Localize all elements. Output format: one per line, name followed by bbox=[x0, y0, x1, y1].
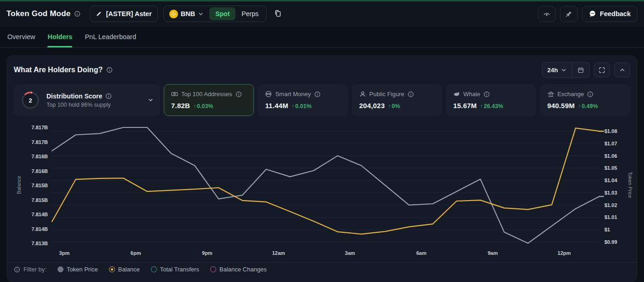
chain-name[interactable]: BNB bbox=[181, 10, 195, 17]
pencil-icon bbox=[96, 11, 102, 17]
legend-label: Balance bbox=[118, 266, 140, 273]
right-axis-label: $0.99 bbox=[604, 239, 617, 245]
stat-card[interactable]: Public Figure 204,023 ↑0% bbox=[352, 84, 442, 116]
distribution-score-title: Distribution Score bbox=[46, 92, 102, 100]
left-axis-label: 7.813B bbox=[32, 241, 48, 246]
stat-card[interactable]: Exchange 940.59M ↑0.49% bbox=[540, 84, 630, 116]
exchange-icon bbox=[547, 91, 554, 98]
legend-label: Total Transfers bbox=[160, 266, 199, 273]
left-axis-title: Balance bbox=[16, 176, 22, 194]
left-axis-label: 7.814B bbox=[32, 226, 48, 232]
tab-overview[interactable]: Overview bbox=[7, 26, 35, 47]
time-range-value: 24h bbox=[547, 67, 558, 74]
perps-tab[interactable]: Perps bbox=[236, 7, 264, 20]
legend-label: Balance Changes bbox=[219, 266, 267, 273]
stat-card[interactable]: Whale 15.67M ↑26.43% bbox=[446, 84, 536, 116]
info-icon bbox=[236, 91, 242, 98]
app-root: Token God Mode [ASTER] Aster BNB Spot Pe… bbox=[0, 0, 644, 282]
up-arrow-icon: ↑ bbox=[388, 104, 391, 109]
total-transfers-swatch bbox=[151, 266, 157, 272]
page-title: Token God Mode bbox=[6, 9, 70, 18]
calendar-icon bbox=[577, 67, 584, 74]
left-axis-label: 7.815B bbox=[32, 183, 48, 188]
legend-balance[interactable]: Balance bbox=[109, 266, 140, 273]
distribution-score-subtitle: Top 100 hold 86% supply bbox=[46, 102, 112, 108]
chevron-down-icon bbox=[561, 67, 567, 73]
time-range-pill: 24h bbox=[542, 62, 590, 78]
tab-pnl-leaderboard[interactable]: PnL Leaderboard bbox=[85, 26, 136, 47]
holder-cards-row: 2 Distribution Score Top 100 hold 86% su… bbox=[6, 84, 638, 116]
smart-money-icon bbox=[265, 91, 272, 98]
info-icon bbox=[74, 11, 80, 17]
header-actions: Feedback bbox=[538, 6, 638, 22]
info-icon bbox=[408, 91, 414, 98]
x-axis-label: 6am bbox=[416, 250, 426, 256]
token-price-swatch bbox=[58, 266, 63, 272]
up-arrow-icon: ↑ bbox=[292, 104, 294, 109]
market-pill: BNB Spot Perps bbox=[163, 6, 267, 22]
feedback-button[interactable]: Feedback bbox=[582, 6, 638, 22]
copy-address-button[interactable] bbox=[272, 8, 283, 20]
up-arrow-icon: ↑ bbox=[193, 104, 196, 109]
up-arrow-icon: ↑ bbox=[480, 104, 483, 109]
right-axis-title: Token Price bbox=[627, 172, 633, 198]
filter-by-label: Filter by: bbox=[23, 266, 46, 273]
stat-card[interactable]: Top 100 Addresses 7.82B ↑0.03% bbox=[164, 84, 254, 116]
stat-card[interactable]: Smart Money 11.44M ↑0.01% bbox=[258, 84, 348, 116]
panel-title: What Are Holders Doing? bbox=[14, 66, 103, 74]
balance-changes-swatch bbox=[210, 266, 216, 272]
pin-icon bbox=[565, 11, 572, 17]
visibility-button[interactable] bbox=[538, 6, 556, 22]
left-axis-label: 7.817B bbox=[32, 125, 48, 130]
info-icon bbox=[483, 91, 490, 98]
right-axis-label: $1.07 bbox=[604, 141, 617, 146]
token-price-line bbox=[52, 127, 599, 243]
pin-button[interactable] bbox=[560, 6, 578, 22]
public-figure-icon bbox=[359, 91, 366, 98]
tabbar: Overview Holders PnL Leaderboard bbox=[0, 26, 644, 48]
balance-swatch bbox=[109, 266, 115, 272]
calendar-button[interactable] bbox=[572, 63, 589, 77]
right-axis-label: $1.06 bbox=[604, 153, 617, 159]
market-type-switch: Spot Perps bbox=[209, 7, 264, 20]
info-icon bbox=[587, 91, 593, 98]
x-axis-label: 9am bbox=[488, 250, 498, 256]
chevron-up-icon bbox=[619, 67, 626, 73]
speech-bubble-icon bbox=[589, 10, 596, 17]
tab-holders[interactable]: Holders bbox=[47, 26, 72, 47]
right-axis-label: $1.04 bbox=[604, 178, 617, 183]
bnb-coin-icon bbox=[169, 10, 178, 18]
legend-total-transfers[interactable]: Total Transfers bbox=[151, 266, 199, 273]
left-axis-label: 7.816B bbox=[32, 154, 48, 159]
whale-icon bbox=[453, 91, 460, 98]
x-axis-label: 9pm bbox=[202, 250, 213, 256]
x-axis-label: 3pm bbox=[59, 250, 70, 256]
time-range-dropdown[interactable]: 24h bbox=[542, 63, 572, 77]
left-axis-label: 7.816B bbox=[32, 168, 48, 174]
info-icon bbox=[105, 93, 112, 99]
holders-chart[interactable]: 7.817B7.817B7.816B7.816B7.815B7.815B7.81… bbox=[6, 116, 638, 262]
info-icon bbox=[314, 91, 321, 98]
header: Token God Mode [ASTER] Aster BNB Spot Pe… bbox=[0, 1, 644, 26]
collapse-button[interactable] bbox=[614, 63, 630, 77]
chevron-down-icon[interactable] bbox=[148, 97, 154, 103]
right-axis-label: $1.01 bbox=[604, 214, 617, 220]
copy-icon bbox=[274, 10, 282, 17]
token-select-button[interactable]: [ASTER] Aster bbox=[90, 6, 157, 22]
x-axis-label: 12pm bbox=[558, 250, 571, 256]
left-axis-label: 7.815B bbox=[32, 197, 48, 203]
feedback-label: Feedback bbox=[600, 10, 631, 17]
legend-balance-changes[interactable]: Balance Changes bbox=[210, 266, 267, 273]
spot-tab[interactable]: Spot bbox=[209, 7, 236, 20]
chevron-down-icon[interactable] bbox=[198, 11, 204, 17]
chart-filter-row: Filter by: Token Price Balance Total Tra… bbox=[6, 262, 638, 276]
left-axis-label: 7.814B bbox=[32, 212, 48, 217]
page-title-group: Token God Mode bbox=[6, 9, 80, 18]
balance-line bbox=[52, 128, 599, 234]
right-axis-label: $1.03 bbox=[604, 190, 617, 196]
fullscreen-button[interactable] bbox=[594, 63, 610, 77]
x-axis-label: 12am bbox=[272, 250, 285, 256]
x-axis-label: 6pm bbox=[131, 250, 141, 256]
legend-token-price[interactable]: Token Price bbox=[58, 266, 98, 273]
distribution-score-card[interactable]: 2 Distribution Score Top 100 hold 86% su… bbox=[14, 84, 160, 116]
